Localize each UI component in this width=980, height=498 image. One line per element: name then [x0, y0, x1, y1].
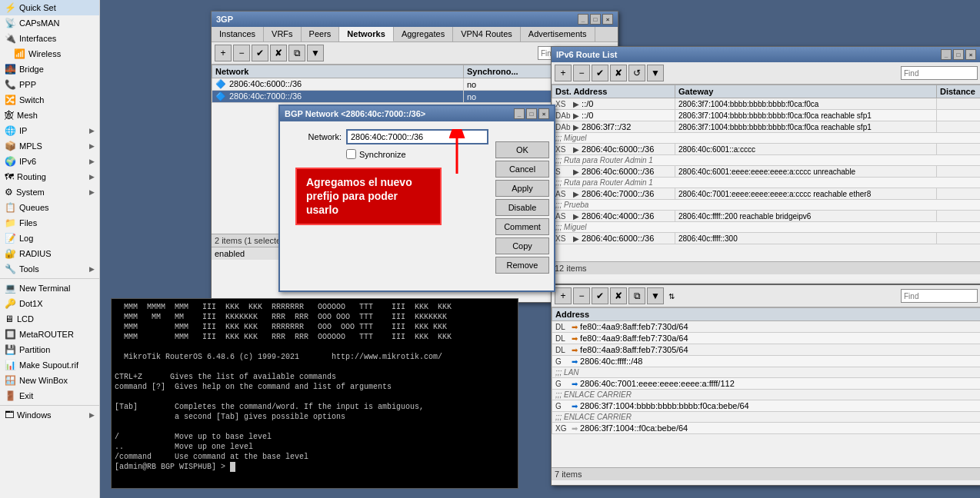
table-row[interactable]: G ➡ 2806:3f7:1004:bbbb:bbbb:bbbb:f0ca:be…: [552, 400, 981, 412]
table-row[interactable]: G ➡ 2806:40c:ffff::/48: [552, 356, 981, 367]
table-row[interactable]: G ➡ 2806:40c:7001:eeee:eeee:eeee:a:ffff/…: [552, 378, 981, 390]
filter-button[interactable]: ▼: [647, 65, 664, 81]
minimize-button[interactable]: _: [514, 108, 525, 119]
term-line: MMM MM MM III KKKKKKK RRR RRR OOO OOO TT…: [115, 312, 515, 322]
comment-button[interactable]: Comment: [495, 218, 549, 235]
table-row[interactable]: AS ▶ 2806:40c:7000::/36 2806:40c:7001:ee…: [552, 188, 981, 200]
sidebar-item-exit[interactable]: 🚪 Exit: [0, 388, 99, 403]
filter-button[interactable]: ▼: [307, 45, 324, 61]
copy-button[interactable]: ⧉: [288, 45, 305, 61]
minimize-button[interactable]: _: [941, 49, 952, 60]
remove-button[interactable]: −: [573, 287, 590, 304]
tab-instances[interactable]: Instances: [212, 27, 264, 42]
find-input[interactable]: [901, 66, 978, 80]
wireless-icon: 📶: [14, 48, 25, 59]
disable-button[interactable]: ✘: [270, 45, 287, 61]
disable-button[interactable]: ✘: [610, 65, 627, 81]
table-row[interactable]: XS ▶ ::/0 2806:3f7:1004:bbbb:bbbb:bbbb:f…: [552, 98, 981, 110]
sidebar-item-new-terminal[interactable]: 💻 New Terminal: [0, 281, 99, 296]
sidebar-item-windows[interactable]: 🗔 Windows ▶: [0, 407, 99, 423]
ok-button[interactable]: OK: [495, 141, 549, 158]
filter-button[interactable]: ▼: [647, 287, 664, 304]
sidebar-item-capsman[interactable]: 📡 CAPsMAN: [0, 15, 99, 31]
add-button[interactable]: +: [215, 45, 232, 61]
reset-button[interactable]: ↺: [628, 65, 645, 81]
disable-button[interactable]: Disable: [495, 199, 549, 216]
remove-button[interactable]: −: [573, 65, 590, 81]
sidebar-item-ip[interactable]: 🌐 IP ▶: [0, 123, 99, 138]
sidebar-item-quickset[interactable]: ⚡ Quick Set: [0, 0, 99, 15]
sidebar-item-routing[interactable]: 🗺 Routing ▶: [0, 169, 99, 184]
sidebar-item-dot1x[interactable]: 🔑 Dot1X: [0, 296, 99, 311]
sidebar-item-lcd[interactable]: 🖥 LCD: [0, 311, 99, 327]
enable-button[interactable]: ✔: [592, 287, 608, 304]
synchronize-checkbox[interactable]: [346, 149, 356, 159]
minimize-button[interactable]: _: [578, 14, 588, 25]
disable-button[interactable]: ✘: [610, 287, 627, 304]
table-row[interactable]: DL ➡ fe80::4aa9:8aff:feb7:7305/64: [552, 344, 981, 356]
terminal-window[interactable]: MMM MMMM MMM III KKK KKK RRRRRRR OOOOOO …: [111, 298, 518, 489]
terminal-content[interactable]: MMM MMMM MMM III KKK KKK RRRRRRR OOOOOO …: [112, 299, 518, 488]
sidebar-item-mpls[interactable]: 📦 MPLS ▶: [0, 138, 99, 154]
sidebar-item-make-supout[interactable]: 📊 Make Supout.rif: [0, 357, 99, 373]
table-row[interactable]: DAb ▶ ::/0 2806:3f7:1004:bbbb:bbbb:bbbb:…: [552, 110, 981, 121]
dst-address: XS ▶ 2806:40c:6000::/36: [552, 144, 675, 155]
add-button[interactable]: +: [555, 65, 572, 81]
maximize-button[interactable]: □: [526, 108, 537, 119]
sidebar-item-queues[interactable]: 📋 Queues: [0, 200, 99, 215]
tab-advertisements[interactable]: Advertisements: [521, 27, 595, 42]
apply-button[interactable]: Apply: [495, 180, 549, 197]
ipv6-window-titlebar[interactable]: IPv6 Route List _ □ ×: [552, 47, 980, 62]
sidebar-item-label: Queues: [19, 203, 49, 212]
sidebar-item-files[interactable]: 📁 Files: [0, 215, 99, 231]
bgp-network-dialog-titlebar[interactable]: BGP Network <2806:40c:7000::/36> _ □ ×: [280, 106, 554, 121]
bgp-window-titlebar[interactable]: 3GP _ □ ×: [212, 12, 618, 27]
sidebar-item-ppp[interactable]: 📞 PPP: [0, 77, 99, 92]
remove-button[interactable]: Remove: [495, 257, 549, 274]
table-row[interactable]: XG ➡ 2806:3f7:1004::f0ca:bebe/64: [552, 423, 981, 434]
sidebar-item-new-winbox[interactable]: 🪟 New WinBox: [0, 373, 99, 388]
sidebar: ⚡ Quick Set 📡 CAPsMAN 🔌 Interfaces 📶 Wir…: [0, 0, 100, 498]
table-row[interactable]: DAb ▶ 2806:3f7::/32 2806:3f7:1004:bbbb:b…: [552, 121, 981, 133]
sidebar-item-ipv6[interactable]: 🌍 IPv6 ▶: [0, 154, 99, 169]
table-row[interactable]: XS ▶ 2806:40c:6000::/36 2806:40c:ffff::3…: [552, 233, 981, 244]
sidebar-item-switch[interactable]: 🔀 Switch: [0, 92, 99, 108]
sidebar-item-bridge[interactable]: 🌉 Bridge: [0, 61, 99, 77]
sidebar-item-wireless[interactable]: 📶 Wireless: [0, 46, 99, 61]
tab-networks[interactable]: Networks: [339, 27, 394, 42]
maximize-button[interactable]: □: [953, 49, 964, 60]
table-row[interactable]: DL ➡ fe80::4aa9:8aff:feb7:730d/64: [552, 321, 981, 333]
sidebar-item-partition[interactable]: 💾 Partition: [0, 342, 99, 357]
enable-button[interactable]: ✔: [592, 65, 608, 81]
sidebar-item-system[interactable]: ⚙ System ▶: [0, 184, 99, 200]
term-line: [115, 392, 515, 402]
tab-vrfs[interactable]: VRFs: [264, 27, 302, 42]
remove-button[interactable]: −: [233, 45, 250, 61]
tab-aggregates[interactable]: Aggregates: [394, 27, 453, 42]
sidebar-item-label: Bridge: [19, 65, 44, 74]
table-row[interactable]: XS ▶ 2806:40c:6000::/36 2806:40c:6001::a…: [552, 144, 981, 155]
col-dst-address: Dst. Address: [552, 85, 675, 98]
sidebar-item-tools[interactable]: 🔧 Tools ▶: [0, 261, 99, 277]
find-input[interactable]: [901, 289, 978, 303]
table-row[interactable]: S ▶ 2806:40c:6000::/36 2806:40c:6001:eee…: [552, 166, 981, 178]
sidebar-item-interfaces[interactable]: 🔌 Interfaces: [0, 31, 99, 46]
copy-button[interactable]: ⧉: [628, 287, 645, 304]
table-row[interactable]: DL ➡ fe80::4aa9:8aff:feb7:730a/64: [552, 333, 981, 344]
close-button[interactable]: ×: [602, 14, 613, 25]
close-button[interactable]: ×: [538, 108, 549, 119]
table-row[interactable]: AS ▶ 2806:40c:4000::/36 2806:40c:ffff::2…: [552, 211, 981, 222]
sidebar-item-radius[interactable]: 🔐 RADIUS: [0, 246, 99, 261]
sidebar-item-log[interactable]: 📝 Log: [0, 231, 99, 246]
tab-peers[interactable]: Peers: [302, 27, 340, 42]
mesh-icon: 🕸: [5, 110, 14, 121]
sidebar-item-mesh[interactable]: 🕸 Mesh: [0, 108, 99, 123]
sidebar-item-metarouter[interactable]: 🔲 MetaROUTER: [0, 327, 99, 342]
close-button[interactable]: ×: [965, 49, 976, 60]
copy-button[interactable]: Copy: [495, 237, 549, 254]
tab-vpn4routes[interactable]: VPN4 Routes: [453, 27, 521, 42]
add-button[interactable]: +: [555, 287, 572, 304]
maximize-button[interactable]: □: [590, 14, 601, 25]
enable-button[interactable]: ✔: [252, 45, 268, 61]
cancel-button[interactable]: Cancel: [495, 161, 549, 178]
